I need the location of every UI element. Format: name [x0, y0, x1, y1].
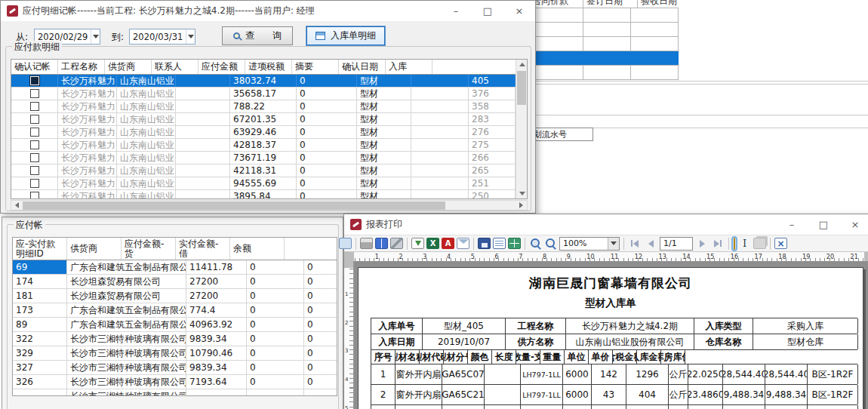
table-row[interactable]: 326 长沙市三湘特种玻璃有限公司 7193.64 0 0 — [13, 375, 337, 389]
table-row[interactable]: 长沙万科魅力... 山东南山铝业... 38032.74 0 型材 405 — [11, 75, 527, 88]
text-select-icon[interactable] — [738, 238, 751, 249]
to-date-combo[interactable]: 2020/03/31 — [129, 29, 195, 45]
previous-page-icon[interactable] — [644, 238, 657, 250]
column-header[interactable]: 联系人 — [152, 60, 199, 74]
confirm-checkbox[interactable] — [11, 126, 58, 138]
table-row[interactable] — [529, 51, 679, 66]
chevron-down-icon[interactable] — [91, 29, 100, 44]
page-setup-icon[interactable] — [375, 238, 388, 249]
table-row[interactable] — [529, 37, 679, 51]
last-page-icon[interactable] — [711, 238, 725, 250]
scroll-right-icon[interactable] — [516, 201, 527, 211]
column-header[interactable]: 确认日期 — [339, 60, 386, 74]
zoom-out-icon[interactable] — [544, 238, 557, 249]
table-row[interactable]: 长沙市三湘特种玻璃有限公司 — [13, 389, 337, 396]
confirm-checkbox[interactable] — [11, 139, 58, 151]
table-row[interactable]: 长沙万科魅力... 山东南山铝业... 63929.46 0 型材 276 — [11, 126, 527, 139]
zoom-in-icon[interactable] — [529, 238, 542, 249]
confirm-checkbox[interactable] — [11, 152, 58, 164]
scroll-down-icon[interactable] — [516, 189, 528, 198]
maximize-icon[interactable]: □ — [808, 214, 839, 235]
table-row[interactable]: 181 长沙坦森贸易有限公司 27200 0 0 — [13, 289, 337, 303]
table-row[interactable]: 长沙万科魅力... 山东南山铝业... 42818.37 0 型材 275 — [11, 139, 527, 152]
export-data-icon[interactable] — [508, 238, 521, 249]
send-mail-icon[interactable] — [457, 238, 469, 249]
hand-tool-selected[interactable] — [733, 238, 736, 250]
table-row[interactable]: 69 广东合和建筑五金制品有限公司 11411.78 0 0 — [13, 260, 337, 275]
table-row[interactable]: 长沙万科魅力... 山东南山铝业... 94555.69 0 型材 251 — [11, 177, 527, 190]
hand-tool-icon[interactable] — [734, 238, 735, 250]
next-page-icon[interactable] — [695, 238, 709, 250]
print-preview-area[interactable]: 12345 湖南巨晟门窗幕墙有限公司 型材入库单 入库单号 型材_405 工程名… — [344, 261, 868, 409]
chevron-down-icon[interactable] — [186, 29, 195, 44]
column-header[interactable]: 签订日期 — [583, 0, 638, 8]
table-row[interactable] — [529, 23, 679, 37]
payable-window-titlebar[interactable]: 应付明细记帐------当前工程: 长沙万科魅力之城4.2期------当前用户… — [1, 1, 535, 21]
column-header[interactable]: 余额 — [230, 238, 285, 260]
minimize-icon[interactable]: – — [440, 1, 472, 21]
vertical-scrollbar[interactable] — [516, 60, 527, 198]
column-header[interactable]: 实付金额-借 — [176, 238, 230, 260]
column-header[interactable]: 入库 — [386, 60, 432, 74]
minimize-icon[interactable]: – — [776, 214, 808, 235]
confirm-checkbox[interactable] — [11, 88, 58, 100]
column-header[interactable]: 应付金额-货 — [122, 238, 176, 260]
table-row[interactable]: 长沙万科魅力... 山东南山铝业... 3895.84 0 型材 250 — [11, 190, 527, 199]
print-options-icon[interactable] — [390, 238, 403, 249]
table-row[interactable]: 长沙万科魅力... 山东南山铝业... 73671.19 0 型材 266 — [11, 152, 527, 165]
export-icon[interactable] — [411, 238, 424, 249]
confirm-checkbox[interactable] — [11, 100, 58, 112]
horizontal-scrollbar[interactable] — [11, 200, 528, 211]
confirm-checkbox[interactable] — [11, 177, 58, 189]
export-pdf-icon[interactable] — [442, 238, 454, 249]
confirm-checkbox[interactable] — [11, 190, 58, 199]
scrollbar-thumb[interactable] — [517, 71, 526, 105]
column-header[interactable]: 应付金额 — [199, 60, 245, 74]
table-row[interactable] — [529, 66, 679, 80]
open-document-icon[interactable] — [493, 238, 506, 249]
save-icon[interactable] — [478, 238, 491, 249]
page-number-field[interactable]: 1/1 — [660, 237, 693, 251]
close-icon[interactable]: × — [839, 214, 868, 235]
table-row[interactable]: 327 长沙市三湘特种玻璃有限公司 9839.34 0 0 — [13, 361, 337, 375]
scroll-left-icon[interactable] — [11, 201, 23, 211]
column-header[interactable]: 摘要 — [292, 60, 339, 74]
first-page-icon[interactable] — [628, 238, 642, 250]
inbound-detail-button[interactable]: 入库单明细 — [306, 26, 385, 45]
close-icon[interactable]: × — [503, 1, 535, 21]
table-row[interactable]: 329 长沙市三湘特种玻璃有限公司 10790.46 0 0 — [13, 346, 337, 361]
scroll-up-icon[interactable] — [516, 60, 528, 69]
maximize-icon[interactable]: □ — [472, 1, 503, 21]
confirm-checkbox[interactable] — [11, 75, 58, 87]
column-header[interactable]: 进项税额 — [245, 60, 292, 74]
column-header[interactable]: 确认记帐 — [11, 60, 58, 74]
confirm-checkbox[interactable] — [11, 113, 58, 125]
scrollbar-thumb[interactable] — [23, 201, 445, 210]
column-header[interactable]: 应-实付款明细ID — [13, 238, 67, 260]
close-preview-icon[interactable] — [774, 238, 787, 249]
table-row[interactable]: 89 广东合和建筑五金制品有限公司 40963.92 0 0 — [13, 318, 337, 332]
report-window-titlebar[interactable]: 报表打印 – □ × — [344, 214, 868, 235]
table-row[interactable] — [529, 8, 679, 23]
table-row[interactable]: 长沙万科魅力... 山东南山铝业... 42118.31 0 型材 265 — [11, 165, 527, 177]
table-row[interactable]: 长沙万科魅力... 山东南山铝业... 788.22 0 型材 358 — [11, 100, 527, 113]
export-excel-icon[interactable] — [426, 238, 439, 249]
table-row[interactable]: 长沙万科魅力... 山东南山铝业... 67201.35 0 型材 283 — [11, 113, 527, 126]
table-row[interactable]: 长沙万科魅力... 山东南山铝业... 35658.17 0 型材 376 — [11, 88, 527, 100]
frame-icon[interactable] — [339, 238, 352, 249]
table-row[interactable]: 173 广东合和建筑五金制品有限公司 774.4 0 0 — [13, 303, 337, 318]
chevron-down-icon[interactable] — [608, 238, 619, 250]
column-header[interactable]: 供货商 — [67, 238, 122, 260]
query-button[interactable]: 查 询 — [222, 26, 293, 45]
column-header[interactable]: 验收日期 — [638, 0, 679, 8]
zoom-level-combo[interactable]: 100% — [559, 237, 620, 251]
table-row[interactable]: 174 长沙坦森贸易有限公司 27200 0 0 — [13, 275, 337, 289]
column-header[interactable]: 合同价款 — [529, 0, 583, 8]
copy-icon[interactable] — [753, 238, 766, 249]
column-header[interactable]: 工程名称 — [58, 60, 105, 74]
confirm-checkbox[interactable] — [11, 165, 58, 177]
print-icon[interactable] — [360, 238, 373, 249]
column-header[interactable]: 供货商 — [105, 60, 152, 74]
table-row[interactable]: 322 长沙市三湘特种玻璃有限公司 9839.34 0 0 — [13, 332, 337, 346]
plan-serial-field[interactable]: 计划流水号 — [528, 128, 593, 141]
